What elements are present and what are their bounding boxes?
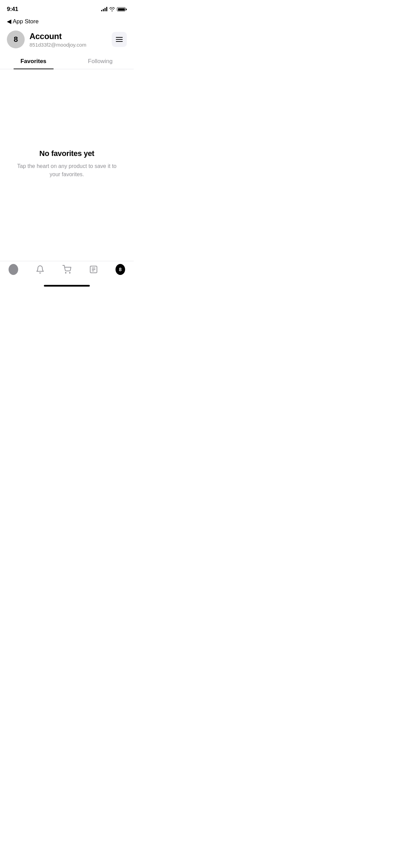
back-arrow-icon: ◀ xyxy=(7,18,11,25)
bell-icon xyxy=(35,265,45,274)
svg-point-1 xyxy=(70,273,70,273)
avatar: 8 xyxy=(7,31,25,48)
back-nav[interactable]: ◀ App Store xyxy=(0,16,134,28)
menu-line-middle xyxy=(116,39,123,40)
account-title: Account xyxy=(29,32,86,41)
cart-icon xyxy=(62,265,72,274)
bottom-tab-orders[interactable] xyxy=(85,265,102,274)
status-bar: 9:41 xyxy=(0,0,134,16)
tabs: Favorites Following xyxy=(0,54,134,69)
signal-icon xyxy=(101,7,107,11)
menu-line-top xyxy=(116,37,123,38)
account-badge-icon: 8 xyxy=(116,265,125,274)
menu-line-bottom xyxy=(116,41,123,42)
empty-subtitle: Tap the heart on any product to save it … xyxy=(14,162,120,179)
svg-point-0 xyxy=(65,273,66,273)
bottom-tab-account[interactable]: 8 xyxy=(112,265,129,274)
empty-state: No favorites yet Tap the heart on any pr… xyxy=(0,122,134,206)
back-label: App Store xyxy=(13,18,39,25)
home-icon xyxy=(9,265,18,274)
header-left: 8 Account 851d33f2@moodjoy.com xyxy=(7,31,86,48)
home-indicator xyxy=(44,285,90,287)
account-info: Account 851d33f2@moodjoy.com xyxy=(29,32,86,48)
wifi-icon xyxy=(109,7,115,11)
header: 8 Account 851d33f2@moodjoy.com xyxy=(0,28,134,54)
battery-icon xyxy=(117,7,127,11)
tab-following[interactable]: Following xyxy=(67,54,134,69)
status-time: 9:41 xyxy=(7,6,18,13)
bottom-tab-cart[interactable] xyxy=(59,265,75,274)
empty-title: No favorites yet xyxy=(39,149,94,158)
account-badge: 8 xyxy=(116,264,125,275)
status-icons xyxy=(101,7,127,11)
menu-button[interactable] xyxy=(112,32,127,47)
account-email: 851d33f2@moodjoy.com xyxy=(29,42,86,48)
content-area: No favorites yet Tap the heart on any pr… xyxy=(0,69,134,258)
tab-favorites[interactable]: Favorites xyxy=(0,54,67,69)
orders-icon xyxy=(89,265,98,274)
bottom-tab-home[interactable] xyxy=(5,265,22,274)
bottom-tab-notifications[interactable] xyxy=(32,265,48,274)
